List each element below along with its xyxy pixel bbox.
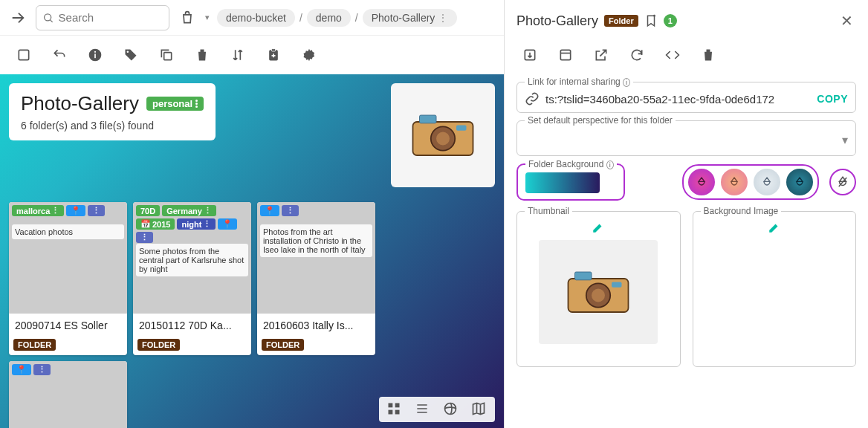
breadcrumb-current[interactable]: Photo-Gallery ⋮ [363, 9, 458, 27]
svg-rect-15 [389, 403, 393, 408]
card-description: Some photos from the central part of Kar… [136, 244, 248, 276]
folder-badge: FOLDER [262, 339, 304, 351]
delete-icon[interactable] [701, 48, 717, 64]
view-lens-icon[interactable] [443, 401, 459, 418]
card-description: Photos from the art installation of Chri… [260, 224, 372, 257]
copy-icon[interactable] [158, 46, 175, 64]
geo-pin-icon[interactable]: 📍 [260, 205, 279, 216]
folder-background-field[interactable]: Folder Background i [516, 163, 625, 201]
menu-toggle-icon[interactable] [7, 7, 28, 28]
tag-germany[interactable]: Germany ⋮ [162, 205, 216, 216]
tag-night[interactable]: night ⋮ [177, 218, 216, 230]
svg-point-19 [445, 403, 456, 415]
card-more-icon[interactable]: ⋮ [88, 205, 105, 216]
open-tab-icon[interactable] [558, 48, 574, 64]
tag-personal[interactable]: personal [146, 97, 204, 111]
search-input[interactable] [59, 11, 163, 24]
info-icon[interactable] [86, 46, 104, 64]
edit-thumbnail-icon[interactable] [592, 221, 605, 234]
bg-swatch [525, 172, 600, 193]
panel-title: Photo-Gallery [516, 13, 598, 29]
import-icon[interactable] [522, 48, 539, 64]
breadcrumb-demo[interactable]: demo [307, 9, 351, 27]
folder-title-card: Photo-Gallery personal 6 folder(s) and 3… [9, 83, 216, 140]
bgimage-label: Background Image [701, 206, 782, 216]
svg-point-4 [94, 51, 96, 53]
settings-icon[interactable] [300, 46, 318, 64]
svg-point-12 [436, 132, 450, 146]
svg-rect-25 [575, 272, 592, 280]
main-toolbar [0, 36, 504, 74]
folder-subtitle: 6 folder(s) and 3 file(s) found [21, 120, 204, 132]
sort-icon[interactable] [229, 46, 247, 64]
color-preset-light[interactable] [754, 169, 780, 195]
svg-point-5 [127, 51, 129, 54]
card-more-icon[interactable]: ⋮ [136, 232, 153, 243]
svg-rect-8 [272, 49, 276, 51]
card-title: 20160603 Itally Is... [257, 314, 375, 337]
panel-type-badge: Folder [604, 15, 638, 27]
trash-icon[interactable] [193, 46, 211, 64]
geo-pin-icon[interactable]: 📍 [12, 364, 31, 375]
panel-count-badge: 1 [664, 14, 677, 27]
tag-year[interactable]: 📅 2015 [136, 218, 175, 230]
folder-badge: FOLDER [13, 339, 56, 351]
color-preset-pink[interactable] [688, 169, 715, 195]
color-preset-teal[interactable] [786, 169, 813, 195]
assignment-icon[interactable] [265, 46, 282, 64]
search-input-wrapper[interactable] [36, 5, 169, 30]
breadcrumb-bucket[interactable]: demo-bucket [217, 9, 295, 27]
close-icon[interactable]: ✕ [838, 9, 856, 33]
color-presets [682, 164, 819, 200]
svg-rect-18 [395, 410, 400, 415]
back-icon[interactable] [51, 46, 68, 64]
folder-card[interactable]: 📍 ⋮ Photos from the art installation of … [257, 202, 375, 355]
link-field-label: Link for internal sharing i [525, 77, 633, 87]
view-grid-icon[interactable] [386, 401, 403, 418]
folder-card[interactable]: 📍 ⋮ 20190830 S8 Bol... FOLDER [9, 361, 127, 428]
card-description: Vacation photos [12, 224, 124, 239]
color-preset-peach[interactable] [721, 169, 748, 195]
open-external-icon[interactable] [594, 48, 610, 64]
svg-rect-16 [395, 403, 400, 408]
tag-70d[interactable]: 70D [136, 205, 160, 216]
view-map-icon[interactable] [471, 401, 488, 418]
search-icon [42, 11, 54, 25]
card-title: 20090714 ES Soller [9, 314, 127, 337]
share-link-input[interactable] [545, 93, 811, 106]
folder-card[interactable]: mallorca ⋮ 📍 ⋮ Vacation photos 20090714 … [9, 202, 127, 355]
copy-button[interactable]: COPY [817, 93, 848, 105]
view-list-icon[interactable] [415, 401, 431, 418]
refresh-icon[interactable] [629, 48, 646, 64]
tag-icon[interactable] [122, 46, 140, 64]
svg-point-0 [45, 13, 51, 20]
svg-rect-17 [389, 410, 393, 415]
svg-rect-1 [19, 50, 28, 59]
code-icon[interactable] [665, 48, 681, 64]
card-more-icon[interactable]: ⋮ [282, 205, 299, 216]
svg-rect-26 [612, 282, 622, 288]
bgimage-box: Background Image [693, 211, 857, 367]
edit-bgimage-icon[interactable] [768, 221, 781, 234]
breadcrumb: demo-bucket / demo / Photo-Gallery ⋮ [217, 9, 457, 27]
tag-mallorca[interactable]: mallorca ⋮ [12, 205, 64, 216]
view-switcher [379, 397, 495, 422]
folder-card[interactable]: 70D Germany ⋮ 📅 2015 night ⋮ 📍 ⋮ Some ph… [133, 202, 251, 355]
card-more-icon[interactable]: ⋮ [33, 364, 51, 375]
folder-badge: FOLDER [137, 339, 180, 351]
svg-rect-6 [164, 53, 172, 60]
clear-color-icon[interactable] [829, 169, 856, 195]
geo-pin-icon[interactable]: 📍 [66, 205, 85, 216]
bag-dropdown-caret[interactable]: ▾ [205, 13, 210, 22]
bookmark-add-icon[interactable] [644, 14, 658, 27]
card-title: 20150112 70D Ka... [133, 314, 251, 337]
bag-icon[interactable] [177, 7, 198, 28]
thumbnail-label: Thumbnail [525, 206, 572, 216]
perspective-select[interactable]: ▾ [525, 130, 848, 149]
perspective-label: Set default perspective for this folder [525, 115, 676, 126]
svg-rect-13 [420, 115, 437, 123]
thumbnail-box: Thumbnail [516, 211, 681, 367]
camera-icon [565, 266, 632, 318]
geo-pin-icon[interactable]: 📍 [218, 218, 237, 230]
select-checkbox[interactable] [15, 46, 33, 64]
